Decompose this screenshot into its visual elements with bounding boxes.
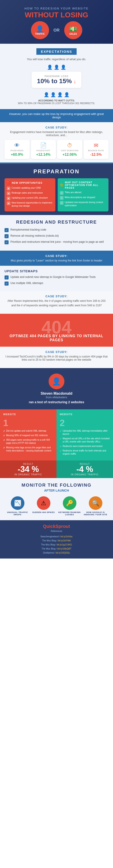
prep-cards-row: 🔴 NEW OPPORTUNITIES ■ Consider updating … [4, 178, 109, 211]
redesign-item-2-text: Remove all missing redirects (robots.txt… [10, 234, 59, 238]
case-study-3-section: CASE STUDY: After Raven implemented this… [0, 291, 113, 314]
keyword-losses-circle: 🔑 [63, 496, 76, 510]
case-study-1-section: CASE STUDY: Engagement metrics have incr… [0, 122, 113, 162]
people-row-top: 👤 👤 👤 [4, 64, 109, 70]
case-study-3-label: CASE STUDY: [4, 294, 109, 298]
website2-item-3: ✓ Redirects were implemented and tested [60, 445, 110, 448]
metric-pages-visit: 📄 PAGES/VISIT +12.14% [31, 140, 56, 159]
bounce-rate-icon: ✉ [86, 142, 107, 149]
footer-link-4[interactable]: The Moz Blog / bit.ly/1i8yQBT [4, 547, 109, 551]
website1-column: WEBSITE 1 ✗ Did not update and submit XM… [0, 409, 56, 478]
sitemap-item-2: ✓ Use multiple XML sitemaps [4, 281, 109, 286]
footer-link-1[interactable]: Searchengineland / bit.ly/1irtVac [4, 535, 109, 539]
bullet-4: ■ [7, 202, 10, 205]
x1-1: ✗ [3, 430, 5, 432]
check2-2: ✓ [60, 437, 62, 440]
check2-1: ✓ [60, 430, 62, 432]
preparation-section: PREPARATION 🔴 NEW OPPORTUNITIES ■ Consid… [0, 164, 113, 215]
traffic-icon-box: 👤 TRAFFIC [31, 21, 49, 39]
expectations-desc: You will lose traffic regardless of what… [4, 58, 109, 61]
footer-section: QuickSprout References Searchengineland … [0, 520, 113, 559]
x1-3: ✗ [3, 439, 5, 441]
header-section: HOW TO REDESIGN YOUR WEBSITE WITHOUT LOS… [0, 0, 113, 44]
prep-item-2: ■ Redesign sales and restructure [7, 191, 53, 195]
person-avatar-icon: 👤 [52, 377, 61, 386]
website1-result: RESULT -34 % IN ORGANIC TRAFFIC [0, 461, 56, 478]
expectations-tag: EXPECTATIONS [37, 48, 76, 55]
pages-visit-value: +12.14% [33, 153, 54, 157]
website1-item-4-text: Missing meta tags across the page titles… [6, 446, 53, 453]
check-1: ✓ [4, 228, 8, 232]
footer-link-5[interactable]: Distiliphost / bit.ly/1i5Q0Qc [4, 551, 109, 555]
prep-item-2-text: Redesign sales and restructure [12, 191, 43, 194]
x1-2: ✗ [3, 434, 5, 437]
sales-icon-box: 💵 SALES [64, 21, 82, 39]
website1-item-3-text: 350 pages were sending traffic to a soft… [6, 438, 53, 445]
keyword-losses-label: KEYWORD RANKING LOSSES [56, 511, 83, 516]
header-icons-row: 👤 TRAFFIC OR 💵 SALES [4, 21, 109, 39]
visit-duration-label: VISIT DURATION [59, 149, 81, 152]
visit-duration-icon: ⏱ [59, 142, 81, 149]
google-indexing-label: HOW GOOGLE IS INDEXING YOUR SITE [83, 511, 109, 516]
metric-visit-duration: ⏱ VISIT DURATION +12.06% [57, 140, 82, 159]
visit-duration-value: +12.06% [59, 153, 81, 157]
case-study-4-label: CASE STUDY: [4, 350, 109, 354]
four04-title: OPTIMIZE 404 PAGES BY LINKING TO INTERNA… [4, 334, 109, 342]
four04-big-num: 404 [4, 318, 109, 336]
prep-item-1-text: Consider updating your CRM [12, 186, 41, 190]
google-indexing-circle: 🔍 [89, 496, 103, 510]
website1-item-1-text: Did not update and submit XML sitemap [6, 429, 46, 433]
prep-map-item-2-text: Meta descriptions are dropped [65, 196, 95, 199]
person-icon-5: 👤 [50, 92, 56, 97]
prep-map-item-3: ✓ Updated new keywords during content op… [60, 201, 106, 207]
prep-item-4: ■ New keyword opportunities to implement… [7, 201, 53, 208]
case-study-3-desc2: and the # of keywords sending organic se… [4, 304, 109, 307]
prep-item-3-text: Updating your current URL structure [12, 196, 48, 199]
footer-logo: QuickSprout [4, 524, 109, 529]
404-spikes-icon: ⚠ [41, 500, 46, 507]
footer-link-3[interactable]: The Moz Blog / bit.ly/1g1C4KG [4, 543, 109, 547]
bullet-m2: ✓ [60, 196, 64, 200]
404-spikes-circle: ⚠ [37, 496, 50, 510]
blue-connector: However, you can make up the loss by imp… [0, 109, 113, 122]
preparation-title: PREPARATION [4, 168, 109, 175]
pagerank-box: PAGERANK LOSS 10% to 15% ↓ [32, 72, 82, 88]
pagerank-value: 10% to 15% ↓ [37, 78, 76, 85]
redesign-item-2: ✓ Remove all missing redirects (robots.t… [4, 234, 109, 238]
website2-item-2: ✓ Mapped out all URLs of the site which … [60, 437, 110, 443]
website1-item-1: ✗ Did not update and submit XML sitemap [3, 429, 53, 433]
monitor-subtitle: AFTER LAUNCH [4, 489, 109, 492]
check-3: ✓ [4, 240, 8, 244]
pages-visit-icon: 📄 [33, 142, 54, 149]
map-icon: 🟢 [60, 183, 64, 187]
case-study-2-label: CASE STUDY: [4, 254, 109, 258]
person-company: from eMarketers [4, 396, 109, 399]
website1-item-2-text: Missing 50% of mapped out 301 redirects [6, 434, 48, 437]
website2-item-4: ✓ Redirects drove traffic for both refer… [60, 449, 110, 456]
website2-item-2-text: Mapped out all URLs of the site which in… [63, 437, 110, 443]
check2-4: ✓ [60, 450, 62, 452]
header-how-to: HOW TO REDESIGN YOUR WEBSITE [4, 7, 109, 10]
person-section: 👤 Steven Macdonald from eMarketers ran a… [0, 368, 113, 409]
check2-3: ✓ [60, 445, 62, 447]
website1-label: WEBSITE [3, 413, 53, 415]
case-study-1-label: CASE STUDY: [4, 126, 109, 129]
bounce-rate-label: BOUNCE RATE [86, 149, 107, 152]
pages-visit-label: PAGES/VISIT [33, 149, 54, 152]
sitemap-check-2: ✓ [4, 281, 8, 286]
prep-card-map-title: 🟢 MAP OUT CONTENT OPTIMIZATION FOR ALL P… [60, 181, 106, 189]
prep-card-map: 🟢 MAP OUT CONTENT OPTIMIZATION FOR ALL P… [58, 178, 109, 211]
footer-links: Searchengineland / bit.ly/1irtVac The Mo… [4, 535, 109, 555]
website1-item-4: ✗ Missing meta tags across the page titl… [3, 446, 53, 453]
footer-tagline: References [4, 530, 109, 532]
footer-link-2[interactable]: The Moz Blog / bit.ly/1klYlbK [4, 539, 109, 543]
case-study-2-section: CASE STUDY: Moz gives priority to "Learn… [0, 251, 113, 266]
website2-item-3-text: Redirects were implemented and tested [63, 445, 103, 448]
bounce-rate-value: -12.5% [86, 153, 107, 157]
redesign-items: ✓ Reimplemented tracking code ✓ Remove a… [4, 228, 109, 244]
website2-item-1-text: Uploaded the XML sitemap immediately aft… [63, 429, 110, 436]
traffic-drops-label: UNUSUAL TRAFFIC DROPS [4, 511, 30, 516]
metrics-row: 👁 PAGEVIEWS +60.9% 📄 PAGES/VISIT +12.14%… [4, 140, 109, 159]
pagerank-label: PAGERANK LOSS [37, 75, 76, 78]
four04-section: 404 OPTIMIZE 404 PAGES BY LINKING TO INT… [0, 314, 113, 347]
